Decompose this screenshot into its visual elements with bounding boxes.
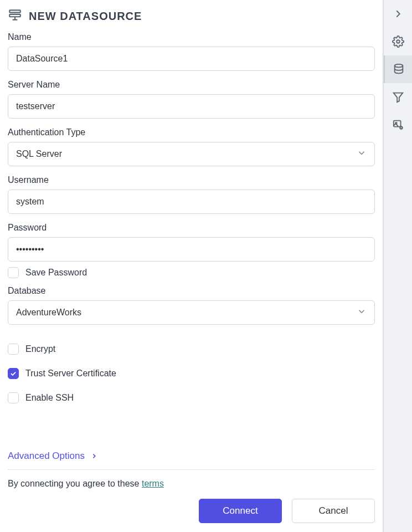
filter-icon bbox=[392, 91, 404, 103]
image-gear-icon bbox=[392, 119, 404, 131]
encrypt-label: Encrypt bbox=[25, 344, 55, 354]
database-label: Database bbox=[8, 286, 375, 296]
datasource-icon bbox=[8, 8, 22, 24]
password-input[interactable] bbox=[8, 237, 375, 262]
chevron-right-icon bbox=[90, 452, 98, 460]
svg-point-4 bbox=[396, 40, 400, 43]
trust-cert-label: Trust Server Certificate bbox=[25, 369, 116, 378]
svg-point-9 bbox=[400, 127, 402, 129]
settings-button[interactable] bbox=[384, 28, 412, 55]
right-rail bbox=[383, 0, 412, 532]
svg-rect-1 bbox=[9, 14, 20, 17]
terms-row: By connecting you agree to these terms bbox=[8, 469, 375, 489]
panel-header: NEW DATASOURCE bbox=[8, 8, 375, 24]
svg-marker-6 bbox=[393, 93, 403, 103]
image-settings-button[interactable] bbox=[384, 111, 412, 139]
enable-ssh-checkbox[interactable] bbox=[8, 392, 19, 403]
cancel-button[interactable]: Cancel bbox=[292, 499, 375, 523]
svg-point-5 bbox=[394, 64, 403, 68]
chevron-right-icon bbox=[392, 8, 404, 20]
filter-tab-button[interactable] bbox=[384, 83, 412, 111]
save-password-label: Save Password bbox=[25, 268, 87, 278]
enable-ssh-label: Enable SSH bbox=[25, 393, 74, 403]
encrypt-checkbox[interactable] bbox=[8, 344, 19, 355]
datasource-form-panel: NEW DATASOURCE Name Server Name Authenti… bbox=[0, 0, 383, 532]
auth-type-value: SQL Server bbox=[16, 149, 62, 159]
auth-type-label: Authentication Type bbox=[8, 127, 375, 137]
svg-rect-0 bbox=[9, 10, 20, 12]
name-label: Name bbox=[8, 32, 375, 42]
gear-icon bbox=[392, 35, 404, 48]
name-input[interactable] bbox=[8, 47, 375, 71]
server-name-label: Server Name bbox=[8, 80, 375, 90]
username-input[interactable] bbox=[8, 190, 375, 214]
chevron-down-icon bbox=[357, 306, 367, 319]
database-icon bbox=[393, 63, 405, 75]
database-value: AdventureWorks bbox=[16, 308, 81, 318]
datasource-tab-button[interactable] bbox=[384, 55, 412, 83]
terms-text: By connecting you agree to these bbox=[8, 479, 142, 488]
advanced-options-label: Advanced Options bbox=[8, 451, 85, 462]
password-label: Password bbox=[8, 223, 375, 233]
terms-link[interactable]: terms bbox=[142, 479, 164, 488]
trust-cert-checkbox[interactable] bbox=[8, 368, 19, 379]
server-name-input[interactable] bbox=[8, 94, 375, 119]
connect-button[interactable]: Connect bbox=[199, 499, 282, 523]
auth-type-select[interactable]: SQL Server bbox=[8, 142, 375, 166]
panel-title: NEW DATASOURCE bbox=[29, 10, 142, 23]
database-select[interactable]: AdventureWorks bbox=[8, 300, 375, 325]
advanced-options-toggle[interactable]: Advanced Options bbox=[8, 447, 375, 469]
chevron-down-icon bbox=[357, 148, 367, 160]
save-password-checkbox[interactable] bbox=[8, 267, 19, 278]
username-label: Username bbox=[8, 175, 375, 185]
collapse-panel-button[interactable] bbox=[384, 0, 412, 28]
